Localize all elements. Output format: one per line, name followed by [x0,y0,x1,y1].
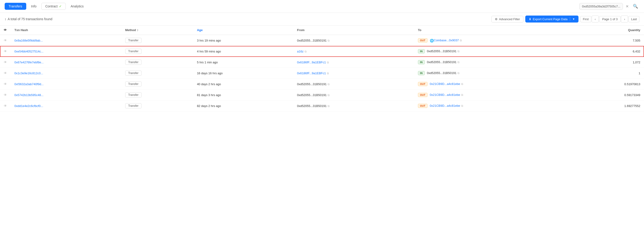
from-copy-icon[interactable]: ⧉ [327,61,329,64]
tab-analytics[interactable]: Analytics [67,3,88,10]
prev-page-button[interactable]: ‹ [592,15,599,22]
tab-contract[interactable]: Contract ✓ [41,3,66,10]
from-copy-icon[interactable]: ⧉ [327,72,329,75]
age-cell: 40 days 2 hrs ago [193,79,294,90]
eye-icon[interactable]: 👁 [4,49,7,53]
txn-hash-link[interactable]: 0x1c3e9e16c812c0... [14,71,43,75]
from-copy-icon[interactable]: ⧉ [328,83,330,86]
from-cell: 0xd52055...31B50191⧉ [293,100,414,111]
from-address: 0xd52055...31B50191 [297,82,326,86]
to-copy-icon[interactable]: ⧉ [458,50,460,53]
tab-transfers[interactable]: Transfers [5,3,26,10]
age-cell: 4 hrs 59 mins ago [193,46,294,57]
to-link[interactable]: 0x21CB9D...a4c81ebe [430,82,460,86]
quantity-cell: 0.59173349 [573,90,644,100]
toolbar-right: ⚙ Advanced Filter ⬇ Export Current Page … [491,15,639,22]
quantity-cell: 7,505 [573,35,644,46]
export-button[interactable]: ⬇ Export Current Page Data ▼ [525,15,578,22]
from-address: 0xd52055...31B50191 [297,39,326,42]
to-cell: OUT 0x21CB9D...a4c81ebe⧉ [414,79,573,90]
txn-hash-link[interactable]: 0xe54bb40527514c... [14,50,44,53]
tab-info[interactable]: Info [27,3,40,10]
th-eye: 👁 [0,25,11,35]
method-badge: Transfer [125,60,142,65]
eye-cell: 👁 [0,57,11,68]
last-page-button[interactable]: Last [628,16,639,22]
eye-icon[interactable]: 👁 [4,104,7,108]
top-bar: Transfers Info Contract ✓ Analytics 0xd5… [0,0,644,13]
eye-cell: 👁 [0,35,11,46]
method-badge: Transfer [125,92,142,97]
right-bar: 0xd52055a39a3d2f7505c7... ✕ 🔍 [580,2,639,10]
from-copy-icon[interactable]: ⧉ [328,94,330,97]
th-from: From [293,25,414,35]
method-cell: Transfer [122,57,193,68]
eye-icon[interactable]: 👁 [4,82,7,86]
eye-icon[interactable]: 👁 [4,71,7,75]
to-copy-icon[interactable]: ⧉ [461,82,463,86]
to-copy-icon[interactable]: ⧉ [461,104,463,107]
direction-badge: IN [418,49,425,53]
from-address: 0xd52055...31B50191 [297,104,326,108]
txn-hash-cell: 0x9a168e5f9dd9ab... [11,35,122,46]
to-link[interactable]: 0x21CB9D...a4c81ebe [430,93,460,97]
eye-icon[interactable]: 👁 [4,60,7,64]
txn-hash-link[interactable]: 0x5742b13b595c48... [14,93,44,97]
txn-hash-link[interactable]: 0x9a168e5f9dd9ab... [14,39,43,42]
quantity-cell: 6,432 [573,46,644,57]
quantity-cell: 1.69277552 [573,100,644,111]
to-copy-icon[interactable]: ⧉ [458,71,460,75]
quantity-cell: 1,072 [573,57,644,68]
direction-badge: OUT [418,93,428,97]
table-row: 👁 0x5742b13b595c48... Transfer 81 days 3… [0,90,644,100]
direction-badge: IN [418,71,425,75]
from-copy-icon[interactable]: ⧉ [328,39,330,42]
contract-check-icon: ✓ [59,4,62,8]
search-button[interactable]: 🔍 [632,2,639,10]
from-link[interactable]: 0x6186fF...9a1EBFc1 [297,61,326,64]
direction-badge: OUT [418,82,428,86]
txn-hash-link[interactable]: 0x67e4276fe7ebf8e... [14,61,44,64]
from-cell: 0x6186fF...9a1EBFc1⧉ [293,57,414,68]
txn-hash-link[interactable]: 0xf3632a3ab740f9d... [14,82,44,86]
toolbar: ↕ A total of 75 transactions found ⚙ Adv… [0,13,644,25]
from-link[interactable]: 0x6186fF...9a1EBFc1 [297,71,326,75]
from-copy-icon[interactable]: ⧉ [328,104,330,108]
coin-icon: 🌐 [430,39,434,42]
to-copy-icon[interactable]: ⧉ [460,39,462,42]
advanced-filter-button[interactable]: ⚙ Advanced Filter [491,16,524,22]
txn-hash-cell: 0xdd1e4e2c6cfbcf0... [11,100,122,111]
from-cell: 0x6186fF...9a1EBFc1⧉ [293,68,414,79]
to-link[interactable]: 0x21CB9D...a4c81ebe [430,104,460,107]
table-row: 👁 0xf3632a3ab740f9d... Transfer 40 days … [0,79,644,90]
to-cell: IN 0xd52055...31B50191⧉ [414,46,573,57]
table-row: 👁 0xdd1e4e2c6cfbcf0... Transfer 82 days … [0,100,644,111]
from-copy-icon[interactable]: ⧉ [304,50,307,53]
to-link[interactable]: Coinbase...0x9037 [434,38,459,42]
method-cell: Transfer [122,46,193,57]
method-badge: Transfer [125,49,142,54]
to-copy-icon[interactable]: ⧉ [461,93,463,97]
to-copy-icon[interactable]: ⧉ [458,61,460,64]
next-page-button[interactable]: › [621,15,628,22]
tab-analytics-label: Analytics [71,4,84,8]
eye-icon[interactable]: 👁 [4,38,7,42]
eye-cell: 👁 [0,68,11,79]
method-badge: Transfer [125,38,142,43]
total-label: A total of 75 transactions found [8,17,52,21]
method-badge: Transfer [125,71,142,76]
eye-icon[interactable]: 👁 [4,93,7,97]
total-info: ↕ A total of 75 transactions found [5,17,52,21]
txn-hash-link[interactable]: 0xdd1e4e2c6cfbcf0... [14,104,43,108]
from-link[interactable]: a16z [297,50,304,53]
close-button[interactable]: ✕ [625,3,630,9]
tab-info-label: Info [31,4,36,8]
th-quantity: Quantity [573,25,644,35]
tab-contract-label: Contract [45,4,58,8]
eye-cell: 👁 [0,100,11,111]
first-page-button[interactable]: First [580,16,591,22]
method-cell: Transfer [122,100,193,111]
table-row: 👁 0x1c3e9e16c812c0... Transfer 16 days 1… [0,68,644,79]
th-txn-hash: Txn Hash [11,25,122,35]
direction-badge: IN [418,60,425,64]
